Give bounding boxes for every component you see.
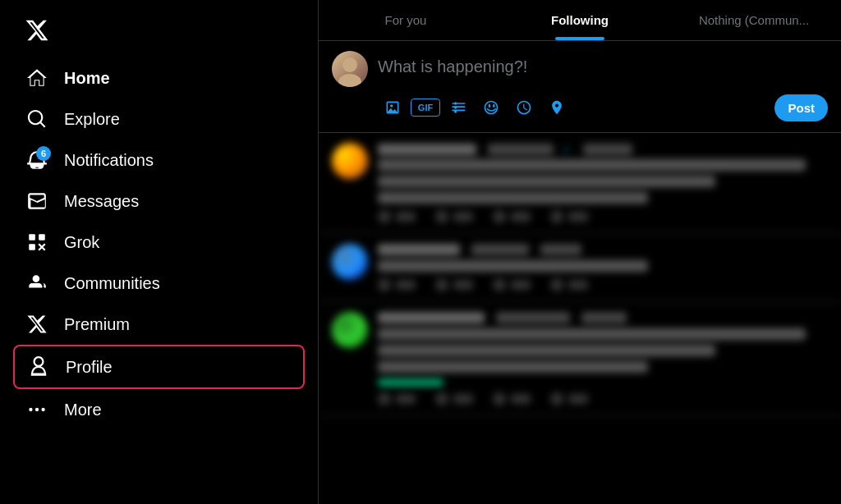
x-logo-icon	[25, 18, 49, 43]
svg-point-8	[454, 110, 457, 112]
sidebar-item-explore-label: Explore	[64, 110, 120, 129]
search-icon	[26, 108, 48, 130]
feed: ✓	[319, 133, 841, 504]
sidebar-item-profile-label: Profile	[66, 358, 113, 377]
tab-nothing[interactable]: Nothing (Commun...	[667, 0, 841, 40]
sidebar-item-messages-label: Messages	[64, 192, 139, 211]
home-icon	[26, 67, 48, 89]
person-icon	[28, 356, 49, 378]
envelope-icon	[26, 190, 48, 212]
sidebar-item-explore[interactable]: Explore	[13, 99, 305, 140]
bell-icon: 6	[26, 149, 48, 171]
location-icon[interactable]	[542, 93, 572, 122]
svg-point-6	[454, 102, 457, 104]
sidebar-item-grok[interactable]: Grok	[13, 222, 305, 263]
svg-point-3	[29, 408, 32, 411]
sidebar-item-notifications-label: Notifications	[64, 151, 154, 170]
svg-point-4	[35, 408, 39, 411]
tab-following[interactable]: Following	[493, 0, 667, 40]
sidebar-item-notifications[interactable]: 6 Notifications	[13, 140, 305, 181]
svg-point-7	[454, 106, 457, 108]
tweet-content-1: ✓	[378, 143, 828, 223]
image-icon[interactable]	[378, 93, 407, 122]
premium-x-icon	[26, 314, 48, 335]
communities-icon	[26, 273, 48, 294]
tweet-avatar-2	[332, 244, 368, 280]
post-button[interactable]: Post	[774, 94, 828, 121]
sidebar-item-home-label: Home	[64, 69, 110, 88]
grok-icon	[26, 231, 48, 253]
tweet-item	[319, 302, 841, 416]
compose-area: What is happening?! GIF	[319, 41, 841, 133]
sidebar-item-profile[interactable]: Profile	[13, 345, 305, 389]
sidebar: Home Explore 6 Notifications Messages Gr…	[0, 0, 319, 504]
svg-rect-0	[29, 234, 35, 241]
sidebar-item-home[interactable]: Home	[13, 57, 305, 99]
sidebar-item-premium-label: Premium	[64, 315, 130, 334]
compose-toolbar: GIF Post	[378, 89, 828, 122]
tweet-content-2	[378, 244, 828, 291]
compose-right: What is happening?! GIF	[378, 51, 828, 122]
tweet-avatar-1	[332, 143, 368, 179]
compose-placeholder[interactable]: What is happening?!	[378, 51, 828, 83]
more-icon	[26, 399, 48, 420]
sidebar-item-more-label: More	[64, 401, 102, 419]
feed-tabs: For you Following Nothing (Commun...	[319, 0, 841, 41]
main-content: For you Following Nothing (Commun... Wha…	[319, 0, 841, 504]
tweet-content-3	[378, 312, 828, 405]
emoji-icon[interactable]	[476, 93, 506, 122]
sidebar-item-grok-label: Grok	[64, 233, 99, 252]
notification-badge: 6	[36, 146, 51, 161]
tab-for-you[interactable]: For you	[319, 0, 493, 40]
sidebar-item-premium[interactable]: Premium	[13, 304, 305, 345]
x-logo[interactable]	[16, 10, 57, 51]
svg-rect-1	[39, 234, 45, 241]
sidebar-item-communities[interactable]: Communities	[13, 263, 305, 304]
schedule-icon[interactable]	[509, 93, 539, 122]
sidebar-item-more[interactable]: More	[13, 389, 305, 430]
svg-point-5	[41, 408, 44, 411]
user-avatar	[332, 51, 368, 87]
tweet-item	[319, 234, 841, 302]
sidebar-item-communities-label: Communities	[64, 274, 160, 293]
svg-rect-2	[29, 244, 35, 250]
list-icon[interactable]	[443, 93, 473, 122]
sidebar-item-messages[interactable]: Messages	[13, 181, 305, 222]
tweet-avatar-3	[332, 312, 368, 348]
gif-icon[interactable]: GIF	[411, 99, 440, 117]
tweet-item: ✓	[319, 133, 841, 234]
